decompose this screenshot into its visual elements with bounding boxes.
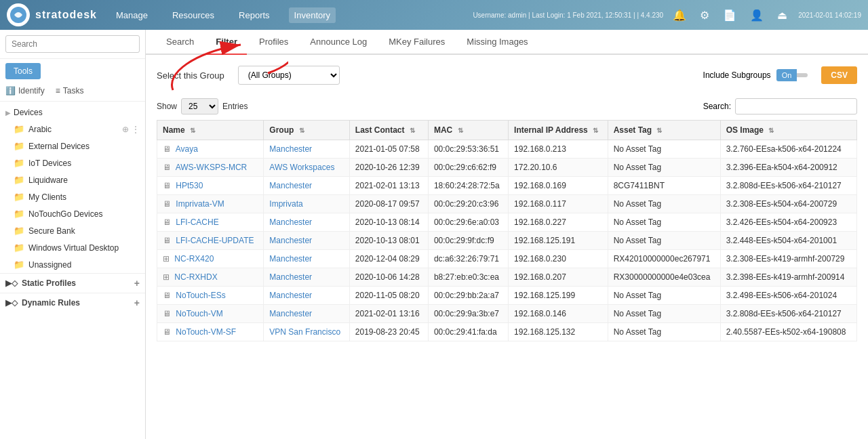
- col-last-contact[interactable]: Last Contact ⇅: [349, 121, 428, 140]
- group-link[interactable]: Manchester: [269, 254, 312, 264]
- tools-button[interactable]: Tools: [5, 63, 41, 79]
- document-icon[interactable]: 📄: [720, 6, 739, 24]
- device-name-link[interactable]: AWS-WKSPS-MCR: [176, 163, 248, 172]
- table-row: 🖥 Imprivata-VM Imprivata 2020-08-17 09:5…: [157, 195, 857, 213]
- cell-last-contact: 2021-01-05 07:58: [349, 140, 428, 159]
- cell-name: 🖥 AWS-WKSPS-MCR: [157, 159, 264, 177]
- col-group[interactable]: Group ⇅: [264, 121, 349, 140]
- cell-name: 🖥 Imprivata-VM: [157, 195, 264, 213]
- device-type-icon: 🖥: [163, 199, 171, 209]
- content-body: Select this Group (All Groups) Mancheste…: [146, 55, 868, 352]
- toggle-container[interactable]: On: [776, 69, 808, 81]
- folder-icon: 📁: [14, 243, 24, 253]
- search-input[interactable]: [5, 35, 140, 53]
- device-name-link[interactable]: NoTouch-ESs: [176, 291, 225, 300]
- group-select[interactable]: (All Groups) Manchester AWS Workspaces I…: [238, 66, 340, 85]
- sidebar-item-external-devices[interactable]: 📁 External Devices: [0, 138, 145, 154]
- tab-filter[interactable]: Filter: [206, 30, 247, 55]
- tab-profiles[interactable]: Profiles: [250, 30, 298, 55]
- sidebar-label-external: External Devices: [28, 142, 90, 151]
- cell-last-contact: 2019-08-23 20:45: [349, 323, 428, 341]
- group-link[interactable]: Manchester: [269, 272, 312, 282]
- entries-select[interactable]: 10 25 50 100: [181, 98, 218, 114]
- add-static-profile-icon[interactable]: +: [134, 278, 140, 289]
- group-link[interactable]: Manchester: [269, 236, 312, 245]
- cell-last-contact: 2020-10-26 12:39: [349, 159, 428, 177]
- group-link[interactable]: Manchester: [269, 144, 312, 154]
- folder-icon: 📁: [14, 226, 24, 236]
- sidebar-devices-header[interactable]: ▶ Devices: [0, 104, 145, 121]
- sidebar-item-iot-devices[interactable]: 📁 IoT Devices: [0, 154, 145, 171]
- device-type-icon: 🖥: [163, 327, 171, 337]
- settings-icon[interactable]: ⚙: [697, 6, 712, 24]
- identify-button[interactable]: ℹ️ Identify: [5, 86, 45, 96]
- sort-arrow-icon: ⇅: [458, 127, 463, 134]
- cell-ip: 192.168.125.199: [509, 287, 608, 305]
- sidebar-item-secure-bank[interactable]: 📁 Secure Bank: [0, 222, 145, 239]
- group-link[interactable]: Manchester: [269, 291, 312, 300]
- cell-last-contact: 2020-10-06 14:28: [349, 268, 428, 287]
- group-link[interactable]: VPN San Francisco: [269, 327, 340, 337]
- table-row: ⊞ NC-RXHDX Manchester 2020-10-06 14:28 b…: [157, 268, 857, 287]
- folder-icon: 📁: [14, 192, 24, 202]
- sort-arrow-icon: ⇅: [768, 127, 774, 134]
- col-mac[interactable]: MAC ⇅: [428, 121, 508, 140]
- table-search-input[interactable]: [735, 98, 857, 114]
- sidebar-item-notouchgo[interactable]: 📁 NoTouchGo Devices: [0, 205, 145, 222]
- cell-last-contact: 2020-10-13 08:01: [349, 232, 428, 250]
- group-link[interactable]: Manchester: [269, 181, 312, 190]
- sidebar-item-arabic[interactable]: 📁 Arabic ⊕ ⋮: [0, 121, 145, 138]
- sidebar-item-wvd[interactable]: 📁 Windows Virtual Desktop: [0, 239, 145, 256]
- device-name-link[interactable]: NoTouch-VM-SF: [176, 327, 236, 337]
- cell-name: 🖥 HPt530: [157, 177, 264, 195]
- dynamic-rules-header[interactable]: ▶ ◇ Dynamic Rules +: [0, 293, 145, 312]
- device-name-link[interactable]: Avaya: [176, 144, 198, 154]
- device-name-link[interactable]: LFI-CACHE-UPDATE: [176, 236, 254, 245]
- identify-icon: ℹ️: [5, 86, 16, 96]
- device-type-icon: 🖥: [163, 309, 171, 318]
- csv-button[interactable]: CSV: [821, 66, 857, 84]
- col-name[interactable]: Name ⇅: [157, 121, 264, 140]
- static-profiles-header[interactable]: ▶ ◇ Static Profiles +: [0, 273, 145, 293]
- tab-search[interactable]: Search: [157, 30, 203, 55]
- tab-mkey-failures[interactable]: MKey Failures: [379, 30, 454, 55]
- sidebar-item-unassigned[interactable]: 📁 Unassigned: [0, 256, 145, 273]
- group-link[interactable]: Imprivata: [269, 199, 302, 209]
- cell-mac: 18:60:24:28:72:5a: [428, 177, 508, 195]
- tab-announce-log[interactable]: Announce Log: [300, 30, 376, 55]
- sidebar-item-my-clients[interactable]: 📁 My Clients: [0, 188, 145, 205]
- device-name-link[interactable]: NoTouch-VM: [176, 309, 222, 318]
- group-link[interactable]: Manchester: [269, 217, 312, 227]
- device-name-link[interactable]: NC-RXHDX: [174, 272, 217, 282]
- device-name-link[interactable]: HPt530: [176, 181, 203, 190]
- nav-reports[interactable]: Reports: [233, 7, 275, 23]
- logout-icon[interactable]: ⏏: [774, 6, 790, 24]
- cell-asset-tag: No Asset Tag: [608, 140, 720, 159]
- diamond-icon: ◇: [12, 278, 18, 288]
- col-ip[interactable]: Internal IP Address ⇅: [509, 121, 608, 140]
- col-os-image[interactable]: OS Image ⇅: [720, 121, 856, 140]
- group-link[interactable]: AWS Workspaces: [269, 163, 334, 172]
- nav-inventory[interactable]: Inventory: [289, 7, 336, 23]
- device-name-link[interactable]: LFI-CACHE: [176, 217, 218, 227]
- table-row: 🖥 HPt530 Manchester 2021-02-01 13:13 18:…: [157, 177, 857, 195]
- add-folder-icon: ⊕: [122, 125, 129, 134]
- cell-group: Manchester: [264, 213, 349, 232]
- user-icon[interactable]: 👤: [747, 6, 766, 24]
- sidebar-item-liquidware[interactable]: 📁 Liquidware: [0, 171, 145, 188]
- cell-group: Manchester: [264, 140, 349, 159]
- add-dynamic-rule-icon[interactable]: +: [134, 297, 140, 308]
- table-row: 🖥 Avaya Manchester 2021-01-05 07:58 00:0…: [157, 140, 857, 159]
- col-asset-tag[interactable]: Asset Tag ⇅: [608, 121, 720, 140]
- tab-missing-images[interactable]: Missing Images: [457, 30, 537, 55]
- notification-icon[interactable]: 🔔: [670, 6, 689, 24]
- cell-mac: 00:0c:29:6e:a0:03: [428, 213, 508, 232]
- include-subgroups-label: Include Subgroups: [703, 70, 771, 80]
- nav-manage[interactable]: Manage: [111, 7, 153, 23]
- device-name-link[interactable]: NC-RX420: [174, 254, 214, 264]
- device-name-link[interactable]: Imprivata-VM: [176, 199, 224, 209]
- tasks-button[interactable]: ≡ Tasks: [56, 86, 84, 96]
- group-link[interactable]: Manchester: [269, 309, 312, 318]
- select-group-label: Select this Group: [157, 70, 224, 81]
- nav-resources[interactable]: Resources: [167, 7, 220, 23]
